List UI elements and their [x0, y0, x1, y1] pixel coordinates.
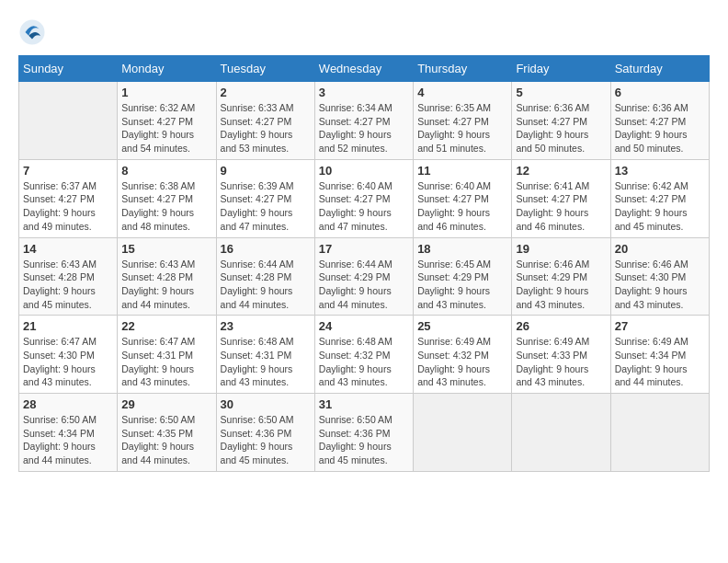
day-info: Sunrise: 6:43 AM Sunset: 4:28 PM Dayligh… [23, 258, 113, 312]
calendar-cell: 8Sunrise: 6:38 AM Sunset: 4:27 PM Daylig… [118, 159, 216, 237]
calendar-cell [610, 394, 709, 472]
day-number: 6 [615, 86, 705, 99]
day-info: Sunrise: 6:33 AM Sunset: 4:27 PM Dayligh… [221, 101, 311, 155]
day-info: Sunrise: 6:32 AM Sunset: 4:27 PM Dayligh… [121, 101, 211, 155]
day-info: Sunrise: 6:38 AM Sunset: 4:27 PM Dayligh… [121, 179, 211, 234]
day-number: 4 [417, 86, 507, 99]
day-number: 31 [319, 397, 409, 411]
day-number: 22 [121, 319, 211, 333]
day-info: Sunrise: 6:50 AM Sunset: 4:34 PM Dayligh… [23, 413, 113, 467]
calendar-cell: 13Sunrise: 6:42 AM Sunset: 4:27 PM Dayli… [610, 159, 709, 237]
day-info: Sunrise: 6:36 AM Sunset: 4:27 PM Dayligh… [516, 101, 606, 155]
calendar-cell [414, 394, 512, 472]
calendar-week-3: 14Sunrise: 6:43 AM Sunset: 4:28 PM Dayli… [19, 237, 710, 316]
calendar-cell: 1Sunrise: 6:32 AM Sunset: 4:27 PM Daylig… [118, 82, 216, 160]
page-header [18, 18, 710, 46]
calendar-cell: 30Sunrise: 6:50 AM Sunset: 4:36 PM Dayli… [216, 394, 314, 472]
calendar-cell [512, 394, 610, 472]
day-info: Sunrise: 6:47 AM Sunset: 4:31 PM Dayligh… [121, 335, 211, 389]
day-number: 1 [121, 86, 211, 99]
weekday-header-tuesday: Tuesday [216, 56, 314, 82]
day-number: 19 [516, 242, 606, 256]
day-number: 23 [221, 319, 311, 333]
calendar-cell: 6Sunrise: 6:36 AM Sunset: 4:27 PM Daylig… [610, 82, 709, 160]
weekday-row: SundayMondayTuesdayWednesdayThursdayFrid… [19, 56, 710, 82]
day-number: 9 [221, 164, 311, 178]
day-info: Sunrise: 6:45 AM Sunset: 4:29 PM Dayligh… [417, 258, 507, 312]
day-number: 11 [417, 164, 507, 178]
weekday-header-sunday: Sunday [19, 56, 118, 82]
day-info: Sunrise: 6:48 AM Sunset: 4:31 PM Dayligh… [221, 335, 311, 389]
calendar-cell: 19Sunrise: 6:46 AM Sunset: 4:29 PM Dayli… [512, 237, 610, 316]
calendar-cell: 10Sunrise: 6:40 AM Sunset: 4:27 PM Dayli… [314, 159, 413, 237]
day-number: 30 [221, 397, 311, 411]
calendar-cell: 17Sunrise: 6:44 AM Sunset: 4:29 PM Dayli… [314, 237, 413, 316]
day-number: 13 [615, 164, 705, 178]
calendar-table: SundayMondayTuesdayWednesdayThursdayFrid… [18, 55, 710, 472]
day-number: 29 [121, 397, 211, 411]
day-info: Sunrise: 6:34 AM Sunset: 4:27 PM Dayligh… [319, 101, 409, 155]
day-number: 27 [615, 319, 705, 333]
calendar-cell: 21Sunrise: 6:47 AM Sunset: 4:30 PM Dayli… [19, 316, 118, 394]
day-info: Sunrise: 6:40 AM Sunset: 4:27 PM Dayligh… [319, 179, 409, 234]
day-number: 25 [417, 319, 507, 333]
day-info: Sunrise: 6:50 AM Sunset: 4:35 PM Dayligh… [121, 413, 211, 467]
day-number: 10 [319, 164, 409, 178]
weekday-header-saturday: Saturday [610, 56, 709, 82]
logo-icon [18, 18, 46, 46]
day-info: Sunrise: 6:50 AM Sunset: 4:36 PM Dayligh… [319, 413, 409, 467]
day-number: 7 [23, 164, 113, 178]
calendar-cell: 27Sunrise: 6:49 AM Sunset: 4:34 PM Dayli… [610, 316, 709, 394]
calendar-cell: 15Sunrise: 6:43 AM Sunset: 4:28 PM Dayli… [118, 237, 216, 316]
day-info: Sunrise: 6:47 AM Sunset: 4:30 PM Dayligh… [23, 335, 113, 389]
calendar-cell: 20Sunrise: 6:46 AM Sunset: 4:30 PM Dayli… [610, 237, 709, 316]
calendar-cell: 22Sunrise: 6:47 AM Sunset: 4:31 PM Dayli… [118, 316, 216, 394]
day-info: Sunrise: 6:37 AM Sunset: 4:27 PM Dayligh… [23, 179, 113, 234]
calendar-week-5: 28Sunrise: 6:50 AM Sunset: 4:34 PM Dayli… [19, 394, 710, 472]
calendar-cell: 26Sunrise: 6:49 AM Sunset: 4:33 PM Dayli… [512, 316, 610, 394]
day-info: Sunrise: 6:49 AM Sunset: 4:32 PM Dayligh… [417, 335, 507, 389]
day-number: 18 [417, 242, 507, 256]
day-info: Sunrise: 6:49 AM Sunset: 4:33 PM Dayligh… [516, 335, 606, 389]
day-info: Sunrise: 6:44 AM Sunset: 4:28 PM Dayligh… [221, 258, 311, 312]
calendar-cell [19, 82, 118, 160]
calendar-cell: 3Sunrise: 6:34 AM Sunset: 4:27 PM Daylig… [314, 82, 413, 160]
day-info: Sunrise: 6:36 AM Sunset: 4:27 PM Dayligh… [615, 101, 705, 155]
calendar-cell: 23Sunrise: 6:48 AM Sunset: 4:31 PM Dayli… [216, 316, 314, 394]
day-info: Sunrise: 6:39 AM Sunset: 4:27 PM Dayligh… [221, 179, 311, 234]
day-number: 16 [221, 242, 311, 256]
calendar-cell: 11Sunrise: 6:40 AM Sunset: 4:27 PM Dayli… [414, 159, 512, 237]
day-info: Sunrise: 6:49 AM Sunset: 4:34 PM Dayligh… [615, 335, 705, 389]
day-number: 12 [516, 164, 606, 178]
calendar-cell: 28Sunrise: 6:50 AM Sunset: 4:34 PM Dayli… [19, 394, 118, 472]
weekday-header-thursday: Thursday [414, 56, 512, 82]
calendar-body: 1Sunrise: 6:32 AM Sunset: 4:27 PM Daylig… [19, 82, 710, 472]
day-number: 5 [516, 86, 606, 99]
day-number: 8 [121, 164, 211, 178]
day-number: 15 [121, 242, 211, 256]
day-number: 2 [221, 86, 311, 99]
day-number: 17 [319, 242, 409, 256]
day-info: Sunrise: 6:41 AM Sunset: 4:27 PM Dayligh… [516, 179, 606, 234]
day-info: Sunrise: 6:50 AM Sunset: 4:36 PM Dayligh… [221, 413, 311, 467]
calendar-cell: 24Sunrise: 6:48 AM Sunset: 4:32 PM Dayli… [314, 316, 413, 394]
day-number: 26 [516, 319, 606, 333]
calendar-cell: 18Sunrise: 6:45 AM Sunset: 4:29 PM Dayli… [414, 237, 512, 316]
calendar-cell: 31Sunrise: 6:50 AM Sunset: 4:36 PM Dayli… [314, 394, 413, 472]
calendar-week-4: 21Sunrise: 6:47 AM Sunset: 4:30 PM Dayli… [19, 316, 710, 394]
calendar-cell: 16Sunrise: 6:44 AM Sunset: 4:28 PM Dayli… [216, 237, 314, 316]
calendar-cell: 29Sunrise: 6:50 AM Sunset: 4:35 PM Dayli… [118, 394, 216, 472]
day-number: 28 [23, 397, 113, 411]
day-info: Sunrise: 6:40 AM Sunset: 4:27 PM Dayligh… [417, 179, 507, 234]
calendar-cell: 5Sunrise: 6:36 AM Sunset: 4:27 PM Daylig… [512, 82, 610, 160]
calendar-cell: 4Sunrise: 6:35 AM Sunset: 4:27 PM Daylig… [414, 82, 512, 160]
day-number: 14 [23, 242, 113, 256]
weekday-header-monday: Monday [118, 56, 216, 82]
day-number: 20 [615, 242, 705, 256]
weekday-header-friday: Friday [512, 56, 610, 82]
logo [18, 18, 51, 46]
day-info: Sunrise: 6:43 AM Sunset: 4:28 PM Dayligh… [121, 258, 211, 312]
day-number: 3 [319, 86, 409, 99]
day-number: 24 [319, 319, 409, 333]
calendar-week-2: 7Sunrise: 6:37 AM Sunset: 4:27 PM Daylig… [19, 159, 710, 237]
